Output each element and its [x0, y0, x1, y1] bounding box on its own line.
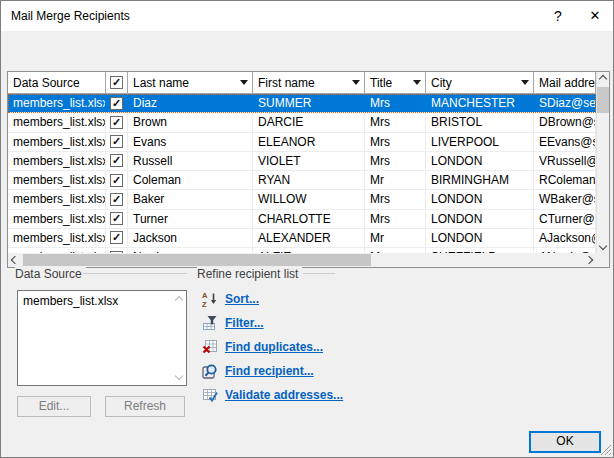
cell-last-name: Jackson	[128, 229, 253, 247]
table-row[interactable]: members_list.xlsx ✓ Diaz SUMMER Mrs MANC…	[8, 94, 596, 113]
refine-link-label[interactable]: Filter...	[225, 316, 264, 330]
refine-link-label[interactable]: Validate addresses...	[225, 388, 343, 402]
cell-include-checkbox[interactable]: ✓	[106, 94, 128, 112]
scroll-right-icon[interactable]	[585, 256, 593, 264]
close-button[interactable]: ✕	[577, 1, 613, 31]
cell-include-checkbox[interactable]: ✓	[106, 190, 128, 208]
row-checkbox[interactable]: ✓	[110, 212, 123, 225]
refine-link-find-duplicates[interactable]: Find duplicates...	[202, 339, 343, 355]
cell-data-source: members_list.xlsx	[8, 152, 106, 170]
table-row[interactable]: members_list.xlsx ✓ Coleman RYAN Mr BIRM…	[8, 171, 596, 190]
table-row[interactable]: members_list.xlsx ✓ Baker WILLOW Mrs LON…	[8, 190, 596, 209]
refine-link-validate-addresses[interactable]: Validate addresses...	[202, 387, 343, 403]
header-data-source: Data Source	[8, 72, 106, 93]
refresh-button[interactable]: Refresh	[105, 396, 185, 417]
data-source-list-item[interactable]: members_list.xlsx	[18, 291, 186, 311]
cell-first-name: WILLOW	[253, 190, 365, 208]
sort-dropdown-icon-title[interactable]	[413, 80, 421, 85]
cell-first-name: CHARLOTTE	[253, 210, 365, 228]
sort-dropdown-icon-first-name[interactable]	[352, 80, 360, 85]
refine-link-label[interactable]: Find recipient...	[225, 364, 314, 378]
cell-data-source: members_list.xlsx	[8, 113, 106, 131]
cell-mail-address: RColeman@	[534, 171, 596, 189]
cell-city: LONDON	[426, 152, 534, 170]
cell-title: Mrs	[365, 113, 426, 131]
refine-links: AZ Sort... Filter... Find duplicates... …	[202, 291, 343, 403]
vertical-scroll-thumb[interactable]	[597, 87, 609, 113]
data-source-group-label: Data Source	[15, 267, 86, 281]
cell-last-name: Brown	[128, 113, 253, 131]
cell-include-checkbox[interactable]: ✓	[106, 171, 128, 189]
refine-link-sort[interactable]: AZ Sort...	[202, 291, 343, 307]
vertical-scrollbar[interactable]	[596, 72, 609, 253]
row-checkbox[interactable]: ✓	[110, 97, 123, 110]
help-button[interactable]: ?	[539, 1, 577, 31]
ok-button[interactable]: OK	[529, 431, 601, 453]
header-label: First name	[258, 76, 315, 90]
cell-include-checkbox[interactable]: ✓	[106, 133, 128, 151]
cell-city: LONDON	[426, 210, 534, 228]
data-source-listbox[interactable]: members_list.xlsx	[17, 290, 187, 386]
cell-first-name: SUMMER	[253, 94, 365, 112]
refine-link-find-recipient[interactable]: Find recipient...	[202, 363, 343, 379]
header-last-name: Last name	[128, 72, 253, 93]
refine-link-filter[interactable]: Filter...	[202, 315, 343, 331]
row-checkbox[interactable]: ✓	[110, 154, 123, 167]
cell-first-name: RYAN	[253, 171, 365, 189]
row-checkbox[interactable]: ✓	[110, 116, 123, 129]
table-header-row: Data Source✓Last nameFirst nameTitleCity…	[8, 72, 596, 94]
cell-last-name: Baker	[128, 190, 253, 208]
cell-include-checkbox[interactable]: ✓	[106, 210, 128, 228]
scrollbar-corner	[596, 253, 609, 267]
cell-include-checkbox[interactable]: ✓	[106, 229, 128, 247]
cell-last-name: Diaz	[128, 94, 253, 112]
refine-link-label[interactable]: Sort...	[225, 292, 259, 306]
refine-group-rule	[303, 273, 335, 274]
horizontal-scrollbar[interactable]	[8, 253, 596, 267]
cell-first-name: ELEANOR	[253, 133, 365, 151]
table-row[interactable]: members_list.xlsx ✓ Brown DARCIE Mrs BRI…	[8, 113, 596, 132]
row-checkbox[interactable]: ✓	[110, 174, 123, 187]
table-row[interactable]: members_list.xlsx ✓ Russell VIOLET Mrs L…	[8, 152, 596, 171]
cell-first-name: VIOLET	[253, 152, 365, 170]
cell-city: BRISTOL	[426, 113, 534, 131]
filter-icon	[202, 315, 218, 331]
sort-dropdown-icon-city[interactable]	[521, 80, 529, 85]
row-checkbox[interactable]: ✓	[110, 193, 123, 206]
row-checkbox[interactable]: ✓	[110, 231, 123, 244]
header-label: Mail address	[539, 76, 596, 90]
cell-mail-address: SDiaz@serv	[534, 94, 596, 112]
refine-link-label[interactable]: Find duplicates...	[225, 340, 323, 354]
header-label: Last name	[133, 76, 189, 90]
sort-dropdown-icon-last-name[interactable]	[240, 80, 248, 85]
resize-grip-icon[interactable]	[599, 443, 612, 456]
listbox-scroll-down-icon[interactable]	[175, 372, 183, 380]
svg-text:Z: Z	[202, 300, 207, 308]
title-bar: Mail Merge Recipients ? ✕	[1, 1, 613, 31]
table-row[interactable]: members_list.xlsx ✓ Evans ELEANOR Mrs LI…	[8, 133, 596, 152]
cell-city: LONDON	[426, 190, 534, 208]
cell-mail-address: DBrown@se	[534, 113, 596, 131]
cell-title: Mrs	[365, 94, 426, 112]
horizontal-scroll-thumb[interactable]	[23, 254, 371, 266]
table-row[interactable]: members_list.xlsx ✓ Jackson ALEXANDER Mr…	[8, 229, 596, 248]
mail-merge-recipients-dialog: Mail Merge Recipients ? ✕ This is the li…	[0, 0, 614, 458]
cell-include-checkbox[interactable]: ✓	[106, 152, 128, 170]
select-all-checkbox[interactable]: ✓	[110, 76, 123, 89]
edit-button[interactable]: Edit...	[17, 396, 91, 417]
cell-city: LIVERPOOL	[426, 133, 534, 151]
table-row[interactable]: members_list.xlsx ✓ Turner CHARLOTTE Mrs…	[8, 210, 596, 229]
header-label: City	[431, 76, 452, 90]
scroll-down-icon[interactable]	[599, 242, 607, 250]
scroll-left-icon[interactable]	[11, 256, 19, 264]
cell-mail-address: VRussell@se	[534, 152, 596, 170]
scroll-up-icon[interactable]	[599, 75, 607, 83]
row-checkbox[interactable]: ✓	[110, 135, 123, 148]
cell-title: Mr	[365, 171, 426, 189]
cell-title: Mrs	[365, 152, 426, 170]
cell-last-name: Evans	[128, 133, 253, 151]
header-select-all-checkbox[interactable]: ✓	[106, 72, 128, 93]
table-body: members_list.xlsx ✓ Diaz SUMMER Mrs MANC…	[8, 94, 596, 248]
cell-include-checkbox[interactable]: ✓	[106, 113, 128, 131]
cell-city: LONDON	[426, 229, 534, 247]
